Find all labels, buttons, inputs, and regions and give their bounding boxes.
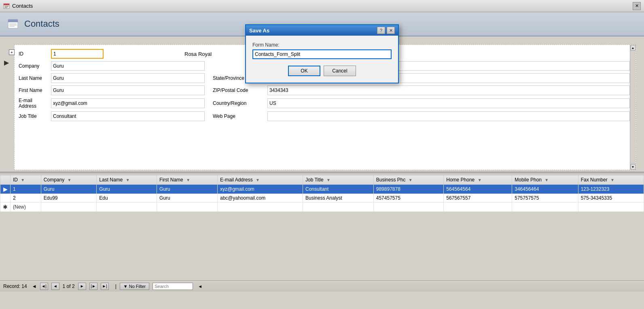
modal-overlay: Save As ? ✕ Form Name: OK Cancel xyxy=(0,0,644,292)
modal-controls: ? ✕ xyxy=(377,27,395,34)
ok-button[interactable]: OK xyxy=(288,66,320,76)
modal-titlebar: Save As ? ✕ xyxy=(246,25,398,36)
form-name-label: Form Name: xyxy=(252,42,392,48)
modal-buttons: OK Cancel xyxy=(252,66,392,76)
modal-help-button[interactable]: ? xyxy=(377,27,385,34)
cancel-button[interactable]: Cancel xyxy=(324,66,356,76)
save-as-dialog: Save As ? ✕ Form Name: OK Cancel xyxy=(245,24,399,83)
modal-title: Save As xyxy=(249,28,269,34)
modal-body: Form Name: OK Cancel xyxy=(246,36,398,83)
modal-close-button[interactable]: ✕ xyxy=(387,27,395,34)
form-name-input[interactable] xyxy=(252,49,392,59)
